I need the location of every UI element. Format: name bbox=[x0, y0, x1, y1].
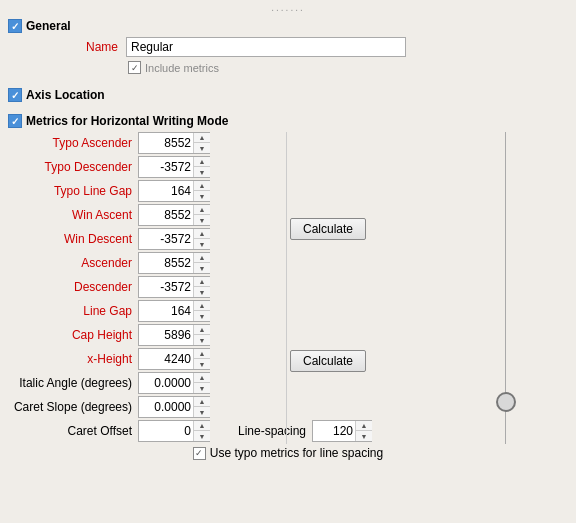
cap-height-label: Cap Height bbox=[8, 328, 138, 342]
win-ascent-down[interactable]: ▼ bbox=[194, 215, 210, 225]
caret-offset-up[interactable]: ▲ bbox=[194, 421, 210, 431]
axis-location-title: Axis Location bbox=[26, 88, 105, 102]
name-input[interactable] bbox=[126, 37, 406, 57]
win-descent-input[interactable] bbox=[139, 231, 193, 247]
axis-location-section: ✓ Axis Location bbox=[0, 84, 576, 110]
axis-location-checkbox[interactable]: ✓ bbox=[8, 88, 22, 102]
name-label: Name bbox=[68, 40, 118, 54]
cap-height-down[interactable]: ▼ bbox=[194, 335, 210, 345]
ascender-arrows: ▲ ▼ bbox=[193, 253, 210, 273]
caret-slope-up[interactable]: ▲ bbox=[194, 397, 210, 407]
typo-ascender-down[interactable]: ▼ bbox=[194, 143, 210, 153]
ascender-up[interactable]: ▲ bbox=[194, 253, 210, 263]
descender-up[interactable]: ▲ bbox=[194, 277, 210, 287]
italic-angle-spinner: ▲ ▼ bbox=[138, 372, 210, 394]
general-checkbox[interactable]: ✓ bbox=[8, 19, 22, 33]
x-height-input[interactable] bbox=[139, 351, 193, 367]
caret-slope-down[interactable]: ▼ bbox=[194, 407, 210, 417]
ascender-label: Ascender bbox=[8, 256, 138, 270]
metrics-checkbox[interactable]: ✓ bbox=[8, 114, 22, 128]
win-descent-down[interactable]: ▼ bbox=[194, 239, 210, 249]
calculate-button-2[interactable]: Calculate bbox=[290, 350, 366, 372]
typo-descender-arrows: ▲ ▼ bbox=[193, 157, 210, 177]
field-row-italic-angle: Italic Angle (degrees) ▲ ▼ bbox=[8, 372, 568, 394]
cap-height-input[interactable] bbox=[139, 327, 193, 343]
caret-offset-input[interactable] bbox=[139, 423, 193, 439]
x-height-up[interactable]: ▲ bbox=[194, 349, 210, 359]
x-height-label: x-Height bbox=[8, 352, 138, 366]
typo-line-gap-input[interactable] bbox=[139, 183, 193, 199]
win-ascent-up[interactable]: ▲ bbox=[194, 205, 210, 215]
descender-down[interactable]: ▼ bbox=[194, 287, 210, 297]
typo-descender-spinner: ▲ ▼ bbox=[138, 156, 210, 178]
win-descent-spinner: ▲ ▼ bbox=[138, 228, 210, 250]
cap-height-arrows: ▲ ▼ bbox=[193, 325, 210, 345]
win-ascent-spinner: ▲ ▼ bbox=[138, 204, 210, 226]
italic-angle-down[interactable]: ▼ bbox=[194, 383, 210, 393]
cap-height-up[interactable]: ▲ bbox=[194, 325, 210, 335]
typo-line-gap-down[interactable]: ▼ bbox=[194, 191, 210, 201]
typo-descender-input[interactable] bbox=[139, 159, 193, 175]
field-row-cap-height: Cap Height ▲ ▼ bbox=[8, 324, 568, 346]
italic-angle-arrows: ▲ ▼ bbox=[193, 373, 210, 393]
axis-location-header: ✓ Axis Location bbox=[8, 88, 568, 102]
slider-handle[interactable] bbox=[496, 392, 516, 412]
italic-angle-up[interactable]: ▲ bbox=[194, 373, 210, 383]
typo-ascender-label: Typo Ascender bbox=[8, 136, 138, 150]
typo-ascender-arrows: ▲ ▼ bbox=[193, 133, 210, 153]
win-descent-up[interactable]: ▲ bbox=[194, 229, 210, 239]
fields-left: Typo Ascender ▲ ▼ Typo Descender ▲ ▼ bbox=[8, 132, 568, 444]
vertical-line bbox=[286, 132, 287, 444]
ascender-input[interactable] bbox=[139, 255, 193, 271]
typo-ascender-up[interactable]: ▲ bbox=[194, 133, 210, 143]
ascender-down[interactable]: ▼ bbox=[194, 263, 210, 273]
field-row-caret-offset: Caret Offset ▲ ▼ Line-spacing ▲ bbox=[8, 420, 568, 442]
typo-line-gap-spinner: ▲ ▼ bbox=[138, 180, 210, 202]
caret-slope-input[interactable] bbox=[139, 399, 193, 415]
general-section: ✓ General Name ✓ Include metrics bbox=[0, 15, 576, 84]
drag-handle: ....... bbox=[0, 0, 576, 15]
typo-line-gap-label: Typo Line Gap bbox=[8, 184, 138, 198]
typo-descender-down[interactable]: ▼ bbox=[194, 167, 210, 177]
field-row-line-gap: Line Gap ▲ ▼ bbox=[8, 300, 568, 322]
line-spacing-label: Line-spacing bbox=[238, 424, 306, 438]
ascender-spinner: ▲ ▼ bbox=[138, 252, 210, 274]
line-spacing-up[interactable]: ▲ bbox=[356, 421, 372, 431]
caret-offset-spinner: ▲ ▼ bbox=[138, 420, 210, 442]
line-gap-input[interactable] bbox=[139, 303, 193, 319]
x-height-spinner: ▲ ▼ bbox=[138, 348, 210, 370]
field-row-x-height: x-Height ▲ ▼ bbox=[8, 348, 568, 370]
italic-angle-input[interactable] bbox=[139, 375, 193, 391]
metrics-title: Metrics for Horizontal Writing Mode bbox=[26, 114, 228, 128]
use-typo-checkbox[interactable]: ✓ bbox=[193, 447, 206, 460]
descender-arrows: ▲ ▼ bbox=[193, 277, 210, 297]
typo-descender-up[interactable]: ▲ bbox=[194, 157, 210, 167]
line-spacing-row: Line-spacing ▲ ▼ bbox=[238, 420, 372, 442]
field-row-descender: Descender ▲ ▼ bbox=[8, 276, 568, 298]
general-title: General bbox=[26, 19, 71, 33]
field-row-typo-descender: Typo Descender ▲ ▼ bbox=[8, 156, 568, 178]
field-row-caret-slope: Caret Slope (degrees) ▲ ▼ bbox=[8, 396, 568, 418]
include-metrics-checkbox[interactable]: ✓ bbox=[128, 61, 141, 74]
typo-line-gap-arrows: ▲ ▼ bbox=[193, 181, 210, 201]
caret-slope-label: Caret Slope (degrees) bbox=[8, 400, 138, 414]
line-gap-down[interactable]: ▼ bbox=[194, 311, 210, 321]
calculate-button-1[interactable]: Calculate bbox=[290, 218, 366, 240]
general-header: ✓ General bbox=[8, 19, 568, 33]
caret-offset-down[interactable]: ▼ bbox=[194, 431, 210, 441]
field-row-typo-ascender: Typo Ascender ▲ ▼ bbox=[8, 132, 568, 154]
descender-input[interactable] bbox=[139, 279, 193, 295]
line-spacing-input[interactable] bbox=[313, 423, 355, 439]
x-height-down[interactable]: ▼ bbox=[194, 359, 210, 369]
win-ascent-input[interactable] bbox=[139, 207, 193, 223]
line-gap-arrows: ▲ ▼ bbox=[193, 301, 210, 321]
caret-offset-label: Caret Offset bbox=[8, 424, 138, 438]
line-spacing-down[interactable]: ▼ bbox=[356, 431, 372, 441]
typo-line-gap-up[interactable]: ▲ bbox=[194, 181, 210, 191]
use-typo-label: Use typo metrics for line spacing bbox=[210, 446, 383, 460]
line-gap-up[interactable]: ▲ bbox=[194, 301, 210, 311]
x-height-arrows: ▲ ▼ bbox=[193, 349, 210, 369]
metrics-header: ✓ Metrics for Horizontal Writing Mode bbox=[8, 114, 568, 128]
typo-ascender-input[interactable] bbox=[139, 135, 193, 151]
descender-label: Descender bbox=[8, 280, 138, 294]
